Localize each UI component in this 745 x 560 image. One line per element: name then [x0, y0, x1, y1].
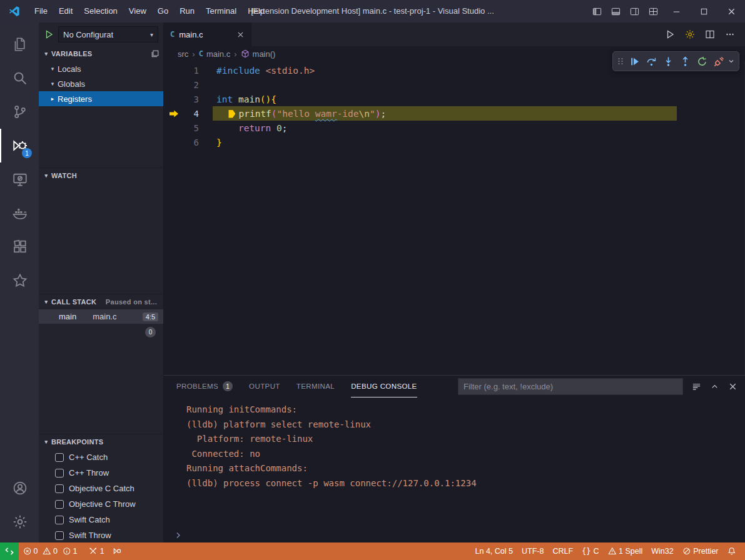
code-text[interactable]: printf("hello wamr-ide\n");	[199, 109, 386, 119]
activity-account[interactable]	[0, 471, 39, 505]
console-input-row[interactable]	[164, 528, 745, 542]
lines-button[interactable]	[692, 382, 701, 391]
checkbox[interactable]	[55, 453, 64, 462]
variables-row-locals[interactable]: ▾ Locals	[39, 61, 163, 76]
breakpoint-c-throw[interactable]: C++ Throw	[39, 465, 163, 481]
code-line-6[interactable]: 6 }	[164, 135, 744, 149]
restart-button[interactable]	[694, 53, 710, 69]
breakpoint-swift-catch[interactable]: Swift Catch	[39, 512, 163, 528]
platform-indicator[interactable]: Win32	[647, 542, 677, 560]
menu-selection[interactable]: Selection	[78, 0, 123, 22]
layout-panel-button[interactable]	[606, 0, 625, 22]
win-close-button[interactable]	[717, 0, 745, 22]
eol-indicator[interactable]: CRLF	[548, 542, 577, 560]
run-button[interactable]	[665, 29, 675, 39]
glyph-margin[interactable]	[164, 92, 183, 106]
code-text[interactable]: }	[199, 138, 222, 148]
tools-status[interactable]: 1	[84, 542, 108, 560]
code-text[interactable]: #include <stdio.h>	[199, 66, 315, 76]
win-max-button[interactable]	[690, 0, 717, 22]
tab-main-c[interactable]: C main.c	[164, 22, 251, 46]
formatter-status[interactable]: Prettier	[678, 542, 723, 560]
problems-status[interactable]: 0 0 1	[19, 542, 84, 560]
activity-docker[interactable]	[0, 196, 39, 230]
glyph-margin[interactable]	[164, 78, 183, 92]
panel-tab-terminal[interactable]: TERMINAL	[296, 376, 335, 398]
step-over-button[interactable]	[643, 53, 659, 69]
chevron-up-button[interactable]	[710, 382, 719, 391]
spell-status[interactable]: 1 Spell	[604, 542, 647, 560]
checkbox[interactable]	[55, 531, 64, 540]
glyph-margin[interactable]	[164, 63, 183, 78]
breakpoints-header[interactable]: ▾ BREAKPOINTS	[39, 434, 163, 449]
disconnect-button[interactable]	[711, 53, 727, 69]
chevron-down-icon[interactable]	[727, 58, 736, 65]
menu-file[interactable]: File	[29, 0, 53, 22]
more-button[interactable]	[725, 29, 735, 39]
call-stack-header[interactable]: ▾ CALL STACK Paused on st...	[39, 294, 163, 309]
code-text[interactable]: return 0;	[199, 123, 288, 133]
menu-edit[interactable]: Edit	[53, 0, 78, 22]
cursor-position[interactable]: Ln 4, Col 5	[471, 542, 517, 560]
code-text[interactable]: int main(){	[199, 94, 276, 104]
remote-indicator[interactable]	[0, 542, 19, 560]
activity-remote-explorer[interactable]	[0, 162, 39, 196]
code-editor[interactable]: 1 #include <stdio.h> 2 3 int main(){ 4 p…	[164, 61, 745, 375]
code-line-2[interactable]: 2	[164, 78, 744, 92]
debug-quick-launch[interactable]	[109, 542, 126, 560]
code-line-3[interactable]: 3 int main(){	[164, 92, 744, 106]
panel-tab-problems[interactable]: PROBLEMS 1	[176, 376, 233, 398]
activity-wamr-ide[interactable]	[0, 264, 39, 298]
toolbar-grip-icon[interactable]	[616, 56, 626, 66]
menu-run[interactable]: Run	[174, 0, 200, 22]
language-mode[interactable]: {} C	[577, 542, 603, 560]
split-editor-button[interactable]	[705, 29, 715, 39]
activity-search[interactable]	[0, 61, 39, 95]
activity-explorer[interactable]	[0, 28, 39, 61]
code-line-4[interactable]: 4 printf("hello wamr-ide\n");	[164, 106, 744, 121]
encoding-indicator[interactable]: UTF-8	[517, 542, 548, 560]
breadcrumb-src[interactable]: src	[178, 49, 188, 59]
checkbox[interactable]	[55, 516, 64, 524]
variables-row-registers[interactable]: ▸ Registers	[39, 91, 163, 106]
breadcrumb-main[interactable]: main()	[241, 49, 276, 59]
menu-terminal[interactable]: Terminal	[200, 0, 242, 22]
start-debugging-icon[interactable]	[44, 29, 54, 39]
glyph-margin[interactable]	[164, 135, 183, 149]
activity-extensions[interactable]	[0, 230, 39, 264]
close-button[interactable]	[728, 382, 737, 391]
glyph-margin[interactable]	[164, 121, 183, 135]
layout-sidebar-button[interactable]	[587, 0, 606, 22]
collapse-all-icon[interactable]	[151, 49, 160, 58]
breakpoint-swift-throw[interactable]: Swift Throw	[39, 528, 163, 542]
step-into-button[interactable]	[660, 53, 676, 69]
notifications-bell[interactable]	[723, 542, 741, 560]
layout-secondary-button[interactable]	[625, 0, 644, 22]
activity-settings[interactable]	[0, 505, 39, 539]
stack-frame-row[interactable]: main main.c 4:5	[39, 309, 163, 324]
variables-header[interactable]: ▾ VARIABLES	[39, 46, 163, 61]
console-filter-input[interactable]	[458, 378, 683, 395]
menu-view[interactable]: View	[123, 0, 152, 22]
tab-close-icon[interactable]	[236, 31, 245, 39]
breakpoint-objective-c-catch[interactable]: Objective C Catch	[39, 481, 163, 496]
activity-run-and-debug[interactable]: 1	[0, 129, 39, 162]
layout-grid-button[interactable]	[644, 0, 662, 22]
step-out-button[interactable]	[677, 53, 693, 69]
breakpoint-objective-c-throw[interactable]: Objective C Throw	[39, 496, 163, 512]
checkbox[interactable]	[55, 500, 64, 509]
settings-gear-button[interactable]	[685, 29, 695, 39]
glyph-margin[interactable]	[164, 106, 183, 121]
watch-header[interactable]: ▾ WATCH	[39, 168, 163, 183]
breadcrumb-main-c[interactable]: C main.c	[199, 49, 231, 59]
panel-tab-output[interactable]: OUTPUT	[249, 376, 280, 398]
debug-console-output[interactable]: Running initCommands:(lldb) platform sel…	[164, 398, 745, 528]
activity-source-control[interactable]	[0, 95, 39, 129]
checkbox[interactable]	[55, 469, 64, 478]
win-min-button[interactable]	[662, 0, 690, 22]
menu-go[interactable]: Go	[152, 0, 174, 22]
debug-config-dropdown[interactable]: No Configurat ▾	[58, 26, 158, 42]
code-line-5[interactable]: 5 return 0;	[164, 121, 744, 135]
continue-button[interactable]	[626, 53, 642, 69]
checkbox[interactable]	[55, 484, 64, 493]
